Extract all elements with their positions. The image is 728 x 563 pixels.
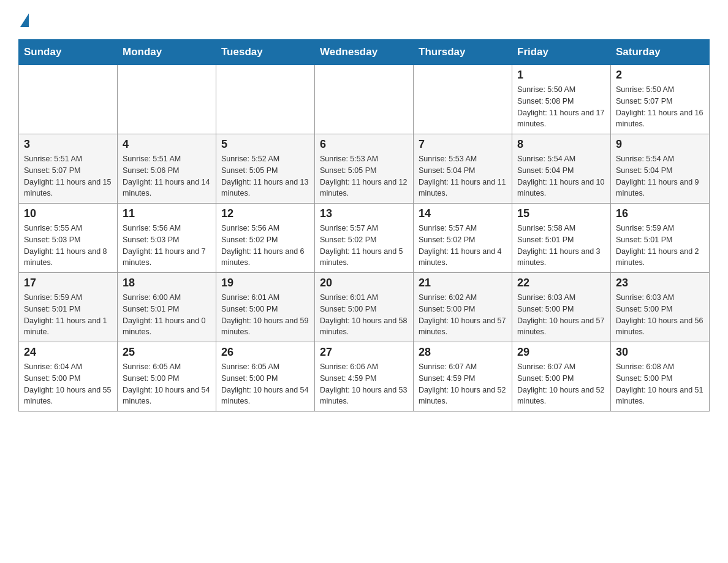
day-number: 7 <box>419 138 507 151</box>
day-number: 19 <box>221 277 309 289</box>
day-number: 5 <box>221 138 309 151</box>
calendar-cell: 24Sunrise: 6:04 AM Sunset: 5:00 PM Dayli… <box>19 342 118 412</box>
day-info: Sunrise: 5:53 AM Sunset: 5:04 PM Dayligh… <box>419 153 507 199</box>
day-number: 22 <box>517 277 605 289</box>
day-info: Sunrise: 5:59 AM Sunset: 5:01 PM Dayligh… <box>616 223 704 269</box>
calendar-cell: 6Sunrise: 5:53 AM Sunset: 5:05 PM Daylig… <box>315 134 414 204</box>
day-info: Sunrise: 5:54 AM Sunset: 5:04 PM Dayligh… <box>616 153 704 199</box>
day-number: 20 <box>320 277 408 289</box>
calendar-cell: 25Sunrise: 6:05 AM Sunset: 5:00 PM Dayli… <box>118 342 216 412</box>
calendar-cell: 28Sunrise: 6:07 AM Sunset: 4:59 PM Dayli… <box>414 342 512 412</box>
calendar-cell: 5Sunrise: 5:52 AM Sunset: 5:05 PM Daylig… <box>216 134 315 204</box>
weekday-header-thursday: Thursday <box>414 40 512 65</box>
day-info: Sunrise: 5:57 AM Sunset: 5:02 PM Dayligh… <box>419 223 507 269</box>
calendar-cell: 23Sunrise: 6:03 AM Sunset: 5:00 PM Dayli… <box>611 273 710 342</box>
day-info: Sunrise: 6:01 AM Sunset: 5:00 PM Dayligh… <box>221 292 309 338</box>
calendar-cell: 12Sunrise: 5:56 AM Sunset: 5:02 PM Dayli… <box>216 204 315 273</box>
weekday-header-friday: Friday <box>512 40 611 65</box>
calendar-cell: 19Sunrise: 6:01 AM Sunset: 5:00 PM Dayli… <box>216 273 315 342</box>
day-info: Sunrise: 6:01 AM Sunset: 5:00 PM Dayligh… <box>320 292 408 338</box>
calendar-cell: 10Sunrise: 5:55 AM Sunset: 5:03 PM Dayli… <box>19 204 118 273</box>
calendar-week-row: 3Sunrise: 5:51 AM Sunset: 5:07 PM Daylig… <box>19 134 710 204</box>
day-number: 4 <box>123 138 211 151</box>
day-number: 30 <box>616 346 704 359</box>
calendar-cell: 29Sunrise: 6:07 AM Sunset: 5:00 PM Dayli… <box>512 342 611 412</box>
day-number: 17 <box>24 277 112 289</box>
day-number: 2 <box>616 69 704 82</box>
calendar-cell: 26Sunrise: 6:05 AM Sunset: 5:00 PM Dayli… <box>216 342 315 412</box>
day-info: Sunrise: 5:51 AM Sunset: 5:07 PM Dayligh… <box>24 153 112 199</box>
calendar-cell: 11Sunrise: 5:56 AM Sunset: 5:03 PM Dayli… <box>118 204 216 273</box>
calendar-cell: 13Sunrise: 5:57 AM Sunset: 5:02 PM Dayli… <box>315 204 414 273</box>
calendar-cell: 27Sunrise: 6:06 AM Sunset: 4:59 PM Dayli… <box>315 342 414 412</box>
calendar-week-row: 1Sunrise: 5:50 AM Sunset: 5:08 PM Daylig… <box>19 65 710 134</box>
weekday-header-sunday: Sunday <box>19 40 118 65</box>
calendar-cell: 8Sunrise: 5:54 AM Sunset: 5:04 PM Daylig… <box>512 134 611 204</box>
day-info: Sunrise: 5:58 AM Sunset: 5:01 PM Dayligh… <box>517 223 605 269</box>
calendar-cell <box>315 65 414 134</box>
day-info: Sunrise: 6:03 AM Sunset: 5:00 PM Dayligh… <box>517 292 605 338</box>
calendar-cell: 2Sunrise: 5:50 AM Sunset: 5:07 PM Daylig… <box>611 65 710 134</box>
day-info: Sunrise: 6:04 AM Sunset: 5:00 PM Dayligh… <box>24 361 112 407</box>
day-number: 27 <box>320 346 408 359</box>
day-info: Sunrise: 6:05 AM Sunset: 5:00 PM Dayligh… <box>123 361 211 407</box>
day-number: 12 <box>221 207 309 220</box>
calendar-cell: 22Sunrise: 6:03 AM Sunset: 5:00 PM Dayli… <box>512 273 611 342</box>
day-info: Sunrise: 5:50 AM Sunset: 5:08 PM Dayligh… <box>517 84 605 130</box>
day-number: 6 <box>320 138 408 151</box>
calendar-week-row: 24Sunrise: 6:04 AM Sunset: 5:00 PM Dayli… <box>19 342 710 412</box>
calendar-cell: 14Sunrise: 5:57 AM Sunset: 5:02 PM Dayli… <box>414 204 512 273</box>
weekday-header-wednesday: Wednesday <box>315 40 414 65</box>
calendar-table: SundayMondayTuesdayWednesdayThursdayFrid… <box>18 39 710 412</box>
day-number: 9 <box>616 138 704 151</box>
day-info: Sunrise: 5:53 AM Sunset: 5:05 PM Dayligh… <box>320 153 408 199</box>
calendar-cell <box>19 65 118 134</box>
weekday-header-tuesday: Tuesday <box>216 40 315 65</box>
calendar-cell: 7Sunrise: 5:53 AM Sunset: 5:04 PM Daylig… <box>414 134 512 204</box>
day-number: 24 <box>24 346 112 359</box>
day-number: 25 <box>123 346 211 359</box>
day-info: Sunrise: 5:59 AM Sunset: 5:01 PM Dayligh… <box>24 292 112 338</box>
calendar-cell <box>216 65 315 134</box>
day-number: 14 <box>419 207 507 220</box>
day-number: 21 <box>419 277 507 289</box>
day-number: 23 <box>616 277 704 289</box>
day-number: 26 <box>221 346 309 359</box>
day-number: 8 <box>517 138 605 151</box>
day-info: Sunrise: 5:50 AM Sunset: 5:07 PM Dayligh… <box>616 84 704 130</box>
day-info: Sunrise: 6:05 AM Sunset: 5:00 PM Dayligh… <box>221 361 309 407</box>
calendar-cell: 20Sunrise: 6:01 AM Sunset: 5:00 PM Dayli… <box>315 273 414 342</box>
day-number: 3 <box>24 138 112 151</box>
calendar-cell: 21Sunrise: 6:02 AM Sunset: 5:00 PM Dayli… <box>414 273 512 342</box>
day-number: 15 <box>517 207 605 220</box>
day-info: Sunrise: 6:07 AM Sunset: 5:00 PM Dayligh… <box>517 361 605 407</box>
calendar-cell: 17Sunrise: 5:59 AM Sunset: 5:01 PM Dayli… <box>19 273 118 342</box>
day-info: Sunrise: 6:08 AM Sunset: 5:00 PM Dayligh… <box>616 361 704 407</box>
day-number: 29 <box>517 346 605 359</box>
calendar-cell: 30Sunrise: 6:08 AM Sunset: 5:00 PM Dayli… <box>611 342 710 412</box>
day-info: Sunrise: 6:07 AM Sunset: 4:59 PM Dayligh… <box>419 361 507 407</box>
day-info: Sunrise: 5:54 AM Sunset: 5:04 PM Dayligh… <box>517 153 605 199</box>
day-number: 28 <box>419 346 507 359</box>
weekday-header-saturday: Saturday <box>611 40 710 65</box>
day-number: 16 <box>616 207 704 220</box>
day-number: 13 <box>320 207 408 220</box>
day-number: 10 <box>24 207 112 220</box>
logo <box>18 12 29 27</box>
day-info: Sunrise: 5:52 AM Sunset: 5:05 PM Dayligh… <box>221 153 309 199</box>
calendar-cell: 16Sunrise: 5:59 AM Sunset: 5:01 PM Dayli… <box>611 204 710 273</box>
weekday-header-monday: Monday <box>118 40 216 65</box>
day-info: Sunrise: 5:56 AM Sunset: 5:03 PM Dayligh… <box>123 223 211 269</box>
day-info: Sunrise: 5:51 AM Sunset: 5:06 PM Dayligh… <box>123 153 211 199</box>
calendar-cell <box>118 65 216 134</box>
logo-triangle-icon <box>20 13 29 27</box>
page-header <box>18 12 710 27</box>
day-info: Sunrise: 6:06 AM Sunset: 4:59 PM Dayligh… <box>320 361 408 407</box>
day-info: Sunrise: 5:57 AM Sunset: 5:02 PM Dayligh… <box>320 223 408 269</box>
day-info: Sunrise: 6:03 AM Sunset: 5:00 PM Dayligh… <box>616 292 704 338</box>
weekday-header-row: SundayMondayTuesdayWednesdayThursdayFrid… <box>19 40 710 65</box>
calendar-cell <box>414 65 512 134</box>
calendar-cell: 15Sunrise: 5:58 AM Sunset: 5:01 PM Dayli… <box>512 204 611 273</box>
calendar-cell: 4Sunrise: 5:51 AM Sunset: 5:06 PM Daylig… <box>118 134 216 204</box>
day-number: 11 <box>123 207 211 220</box>
